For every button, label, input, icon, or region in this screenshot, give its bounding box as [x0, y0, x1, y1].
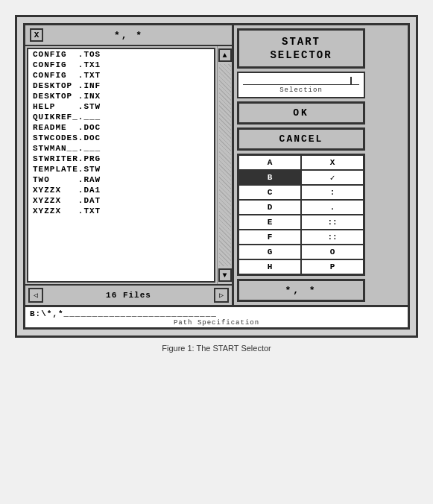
- file-item[interactable]: STWMAN__.___: [28, 143, 214, 154]
- right-panel: STARTSELECTOR Selection OK CANCEL AXB✓C:…: [234, 25, 368, 305]
- drive-cell[interactable]: B: [238, 170, 301, 185]
- path-label: Path Specification: [30, 319, 403, 327]
- next-arrow[interactable]: ▷: [214, 288, 229, 303]
- scroll-down-arrow[interactable]: ▼: [218, 268, 232, 282]
- file-item[interactable]: HELP .STW: [28, 101, 214, 112]
- drive-cell[interactable]: A: [238, 155, 301, 170]
- prev-arrow[interactable]: ◁: [28, 288, 43, 303]
- path-bar: B:\*,*___________________________ Path S…: [25, 305, 408, 327]
- drive-cell[interactable]: F: [238, 230, 301, 245]
- title-bar-left: X *, *: [25, 25, 232, 46]
- drive-grid: AXB✓C:D.E::F::GOHP: [237, 154, 365, 276]
- files-count: 16 Files: [43, 291, 214, 300]
- file-list-container: CONFIG .TOSCONFIG .TX1CONFIG .TXTDESKTOP…: [25, 46, 232, 284]
- file-item[interactable]: XYZZX .DAT: [28, 195, 214, 206]
- scroll-up-arrow[interactable]: ▲: [218, 48, 232, 62]
- drive-cell[interactable]: C: [238, 185, 301, 200]
- wildcard-button[interactable]: *, *: [237, 279, 365, 302]
- main-dialog: X *, * CONFIG .TOSCONFIG .TX1CONFIG .TXT…: [23, 23, 410, 330]
- file-scrollbar: ▲ ▼: [217, 46, 232, 284]
- cancel-button[interactable]: CANCEL: [237, 127, 365, 151]
- drive-cell[interactable]: :: [301, 185, 364, 200]
- file-item[interactable]: DESKTOP .INX: [28, 91, 214, 101]
- file-item[interactable]: CONFIG .TX1: [28, 60, 214, 70]
- drive-cell[interactable]: .: [301, 200, 364, 215]
- drive-cell[interactable]: ::: [301, 215, 364, 230]
- drive-cell[interactable]: H: [238, 259, 301, 274]
- file-list[interactable]: CONFIG .TOSCONFIG .TX1CONFIG .TXTDESKTOP…: [27, 48, 215, 283]
- ok-button[interactable]: OK: [237, 101, 365, 125]
- drive-cell[interactable]: D: [238, 200, 301, 215]
- file-item[interactable]: CONFIG .TXT: [28, 70, 214, 81]
- figure-caption: Figure 1: The START Selector: [162, 344, 271, 353]
- selection-cursor: [350, 77, 352, 84]
- file-item[interactable]: CONFIG .TOS: [28, 49, 214, 60]
- file-item[interactable]: TWO .RAW: [28, 174, 214, 185]
- dialog-body: X *, * CONFIG .TOSCONFIG .TX1CONFIG .TXT…: [25, 25, 408, 305]
- file-item[interactable]: XYZZX .DA1: [28, 185, 214, 195]
- path-value[interactable]: B:\*,*___________________________: [30, 309, 403, 318]
- file-item[interactable]: TEMPLATE.STW: [28, 164, 214, 174]
- file-item[interactable]: DESKTOP .INF: [28, 81, 214, 91]
- pattern-label: *, *: [114, 30, 143, 41]
- start-selector-button[interactable]: STARTSELECTOR: [237, 28, 365, 69]
- drive-cell[interactable]: P: [301, 259, 364, 274]
- selection-box: Selection: [237, 72, 365, 98]
- screenshot-container: X *, * CONFIG .TOSCONFIG .TX1CONFIG .TXT…: [15, 15, 418, 338]
- scroll-track[interactable]: [219, 64, 231, 266]
- file-item[interactable]: QUIKREF_.___: [28, 112, 214, 122]
- drive-cell[interactable]: E: [238, 215, 301, 230]
- file-item[interactable]: README .DOC: [28, 122, 214, 133]
- left-panel: X *, * CONFIG .TOSCONFIG .TX1CONFIG .TXT…: [25, 25, 234, 305]
- drive-cell[interactable]: X: [301, 155, 364, 170]
- file-item[interactable]: XYZZX .TXT: [28, 206, 214, 216]
- selection-input-line: [243, 76, 359, 85]
- drive-cell[interactable]: ✓: [301, 170, 364, 185]
- drive-cell[interactable]: ::: [301, 230, 364, 245]
- close-button[interactable]: X: [30, 28, 43, 42]
- selection-label: Selection: [243, 86, 359, 94]
- drive-cell[interactable]: G: [238, 245, 301, 259]
- file-item[interactable]: STWCODES.DOC: [28, 133, 214, 143]
- bottom-bar: ◁ 16 Files ▷: [25, 284, 232, 305]
- file-item[interactable]: STWRITER.PRG: [28, 154, 214, 164]
- close-icon: X: [34, 31, 39, 40]
- drive-cell[interactable]: O: [301, 245, 364, 259]
